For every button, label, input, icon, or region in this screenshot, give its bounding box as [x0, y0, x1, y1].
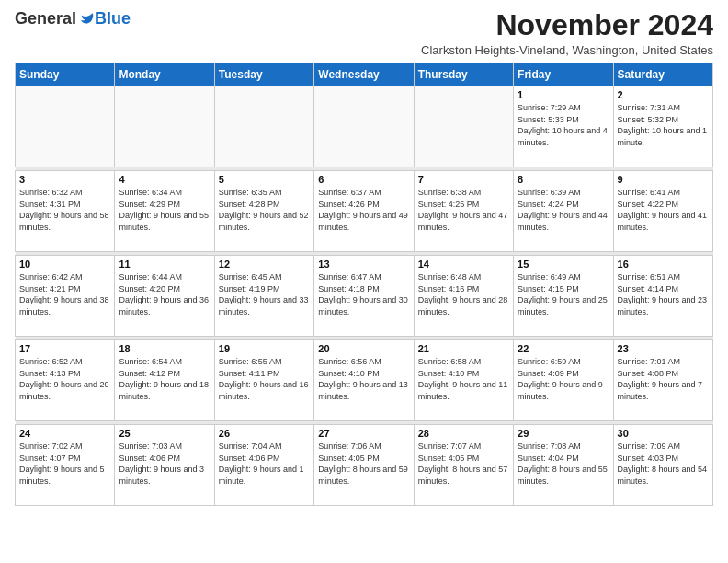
day-info: Sunrise: 7:04 AM Sunset: 4:06 PM Dayligh… [219, 441, 310, 487]
table-row: 9Sunrise: 6:41 AM Sunset: 4:22 PM Daylig… [613, 171, 712, 252]
month-title: November 2024 [421, 9, 713, 41]
day-number: 30 [618, 428, 709, 439]
day-number: 6 [318, 174, 409, 185]
table-row [115, 86, 214, 167]
day-info: Sunrise: 6:58 AM Sunset: 4:10 PM Dayligh… [418, 356, 509, 402]
page: General Blue November 2024 Clarkston Hei… [0, 0, 728, 513]
col-thursday: Thursday [414, 63, 513, 86]
day-info: Sunrise: 6:42 AM Sunset: 4:21 PM Dayligh… [19, 271, 110, 317]
col-wednesday: Wednesday [314, 63, 414, 86]
table-row: 16Sunrise: 6:51 AM Sunset: 4:14 PM Dayli… [613, 256, 712, 337]
day-info: Sunrise: 6:39 AM Sunset: 4:24 PM Dayligh… [518, 187, 609, 233]
day-number: 1 [518, 89, 609, 100]
day-info: Sunrise: 7:08 AM Sunset: 4:04 PM Dayligh… [518, 441, 609, 487]
day-info: Sunrise: 6:49 AM Sunset: 4:15 PM Dayligh… [518, 271, 609, 317]
table-row: 15Sunrise: 6:49 AM Sunset: 4:15 PM Dayli… [514, 256, 613, 337]
table-row: 11Sunrise: 6:44 AM Sunset: 4:20 PM Dayli… [115, 256, 214, 337]
table-row: 8Sunrise: 6:39 AM Sunset: 4:24 PM Daylig… [514, 171, 613, 252]
day-info: Sunrise: 6:59 AM Sunset: 4:09 PM Dayligh… [518, 356, 609, 402]
day-number: 2 [618, 89, 709, 100]
table-row: 29Sunrise: 7:08 AM Sunset: 4:04 PM Dayli… [514, 425, 613, 506]
day-info: Sunrise: 7:07 AM Sunset: 4:05 PM Dayligh… [418, 441, 509, 487]
day-number: 12 [219, 259, 310, 270]
table-row: 20Sunrise: 6:56 AM Sunset: 4:10 PM Dayli… [314, 340, 414, 421]
table-row: 25Sunrise: 7:03 AM Sunset: 4:06 PM Dayli… [115, 425, 214, 506]
table-row: 5Sunrise: 6:35 AM Sunset: 4:28 PM Daylig… [214, 171, 313, 252]
day-number: 26 [219, 428, 310, 439]
day-info: Sunrise: 6:38 AM Sunset: 4:25 PM Dayligh… [418, 187, 509, 233]
day-number: 3 [19, 174, 110, 185]
calendar-week-row: 17Sunrise: 6:52 AM Sunset: 4:13 PM Dayli… [16, 340, 713, 421]
day-info: Sunrise: 6:34 AM Sunset: 4:29 PM Dayligh… [119, 187, 210, 233]
day-number: 21 [418, 343, 509, 354]
table-row: 30Sunrise: 7:09 AM Sunset: 4:03 PM Dayli… [613, 425, 712, 506]
day-info: Sunrise: 6:52 AM Sunset: 4:13 PM Dayligh… [19, 356, 110, 402]
day-info: Sunrise: 6:54 AM Sunset: 4:12 PM Dayligh… [119, 356, 210, 402]
subtitle: Clarkston Heights-Vineland, Washington, … [421, 43, 713, 57]
day-info: Sunrise: 6:56 AM Sunset: 4:10 PM Dayligh… [318, 356, 409, 402]
header: General Blue November 2024 Clarkston Hei… [15, 9, 713, 57]
table-row: 22Sunrise: 6:59 AM Sunset: 4:09 PM Dayli… [514, 340, 613, 421]
day-number: 18 [119, 343, 210, 354]
day-info: Sunrise: 7:01 AM Sunset: 4:08 PM Dayligh… [618, 356, 709, 402]
col-sunday: Sunday [16, 63, 115, 86]
table-row: 13Sunrise: 6:47 AM Sunset: 4:18 PM Dayli… [314, 256, 414, 337]
table-row: 14Sunrise: 6:48 AM Sunset: 4:16 PM Dayli… [414, 256, 513, 337]
day-number: 11 [119, 259, 210, 270]
day-info: Sunrise: 7:29 AM Sunset: 5:33 PM Dayligh… [518, 102, 609, 148]
col-monday: Monday [115, 63, 214, 86]
table-row: 21Sunrise: 6:58 AM Sunset: 4:10 PM Dayli… [414, 340, 513, 421]
table-row: 23Sunrise: 7:01 AM Sunset: 4:08 PM Dayli… [613, 340, 712, 421]
day-number: 22 [518, 343, 609, 354]
day-number: 5 [219, 174, 310, 185]
day-info: Sunrise: 6:44 AM Sunset: 4:20 PM Dayligh… [119, 271, 210, 317]
calendar: Sunday Monday Tuesday Wednesday Thursday… [15, 63, 713, 506]
table-row: 28Sunrise: 7:07 AM Sunset: 4:05 PM Dayli… [414, 425, 513, 506]
table-row: 4Sunrise: 6:34 AM Sunset: 4:29 PM Daylig… [115, 171, 214, 252]
logo-general: General [15, 9, 76, 29]
logo-bird-icon [78, 11, 95, 28]
logo: General Blue [15, 9, 131, 29]
day-number: 23 [618, 343, 709, 354]
table-row [414, 86, 513, 167]
table-row [314, 86, 414, 167]
table-row [214, 86, 313, 167]
day-number: 28 [418, 428, 509, 439]
day-number: 4 [119, 174, 210, 185]
table-row: 6Sunrise: 6:37 AM Sunset: 4:26 PM Daylig… [314, 171, 414, 252]
table-row: 26Sunrise: 7:04 AM Sunset: 4:06 PM Dayli… [214, 425, 313, 506]
table-row: 10Sunrise: 6:42 AM Sunset: 4:21 PM Dayli… [16, 256, 115, 337]
day-number: 25 [119, 428, 210, 439]
day-number: 15 [518, 259, 609, 270]
table-row: 24Sunrise: 7:02 AM Sunset: 4:07 PM Dayli… [16, 425, 115, 506]
calendar-week-row: 10Sunrise: 6:42 AM Sunset: 4:21 PM Dayli… [16, 256, 713, 337]
day-info: Sunrise: 6:47 AM Sunset: 4:18 PM Dayligh… [318, 271, 409, 317]
table-row: 12Sunrise: 6:45 AM Sunset: 4:19 PM Dayli… [214, 256, 313, 337]
day-info: Sunrise: 6:35 AM Sunset: 4:28 PM Dayligh… [219, 187, 310, 233]
table-row: 18Sunrise: 6:54 AM Sunset: 4:12 PM Dayli… [115, 340, 214, 421]
day-info: Sunrise: 6:41 AM Sunset: 4:22 PM Dayligh… [618, 187, 709, 233]
day-info: Sunrise: 7:31 AM Sunset: 5:32 PM Dayligh… [618, 102, 709, 148]
day-info: Sunrise: 6:32 AM Sunset: 4:31 PM Dayligh… [19, 187, 110, 233]
day-number: 29 [518, 428, 609, 439]
day-info: Sunrise: 6:45 AM Sunset: 4:19 PM Dayligh… [219, 271, 310, 317]
day-info: Sunrise: 7:09 AM Sunset: 4:03 PM Dayligh… [618, 441, 709, 487]
day-number: 19 [219, 343, 310, 354]
day-number: 8 [518, 174, 609, 185]
table-row: 17Sunrise: 6:52 AM Sunset: 4:13 PM Dayli… [16, 340, 115, 421]
day-number: 14 [418, 259, 509, 270]
day-number: 17 [19, 343, 110, 354]
table-row [16, 86, 115, 167]
calendar-week-row: 3Sunrise: 6:32 AM Sunset: 4:31 PM Daylig… [16, 171, 713, 252]
day-number: 24 [19, 428, 110, 439]
table-row: 2Sunrise: 7:31 AM Sunset: 5:32 PM Daylig… [613, 86, 712, 167]
day-info: Sunrise: 6:55 AM Sunset: 4:11 PM Dayligh… [219, 356, 310, 402]
calendar-week-row: 1Sunrise: 7:29 AM Sunset: 5:33 PM Daylig… [16, 86, 713, 167]
day-info: Sunrise: 6:37 AM Sunset: 4:26 PM Dayligh… [318, 187, 409, 233]
logo-text: General Blue [15, 9, 131, 29]
logo-blue: Blue [95, 9, 131, 29]
table-row: 7Sunrise: 6:38 AM Sunset: 4:25 PM Daylig… [414, 171, 513, 252]
col-tuesday: Tuesday [214, 63, 313, 86]
day-info: Sunrise: 7:06 AM Sunset: 4:05 PM Dayligh… [318, 441, 409, 487]
table-row: 27Sunrise: 7:06 AM Sunset: 4:05 PM Dayli… [314, 425, 414, 506]
